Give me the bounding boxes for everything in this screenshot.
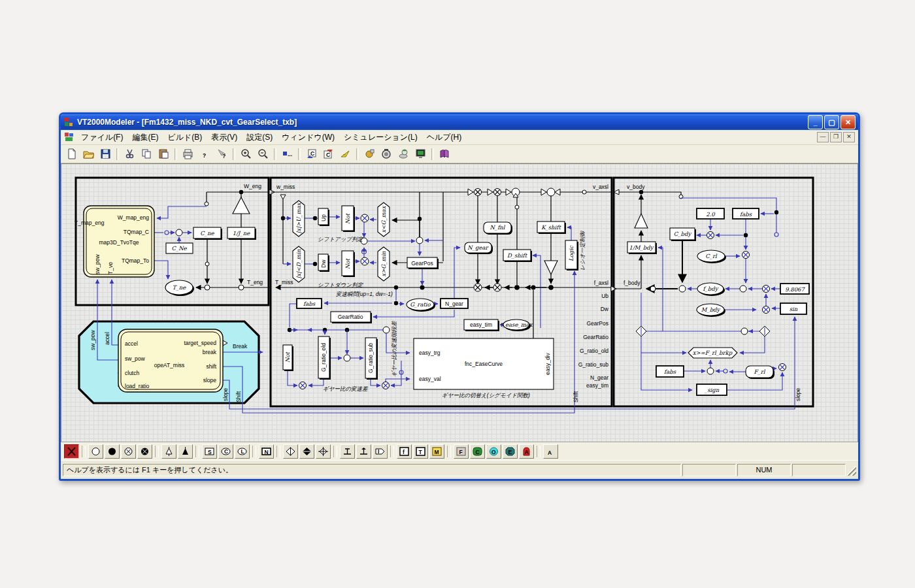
g-ratio-old-block[interactable]: G_ratio_old — [318, 336, 331, 380]
resize-grip[interactable] — [847, 465, 856, 476]
title-bar[interactable]: VT2000Modeler - [Fm1432_miss_NKD_cvt_Gea… — [61, 114, 858, 130]
copy-icon[interactable] — [139, 146, 155, 162]
menu-build[interactable]: ビルド(B) — [163, 131, 207, 144]
import-c-icon[interactable]: C — [303, 146, 320, 162]
tool-text[interactable]: A — [543, 444, 558, 459]
maximize-button[interactable]: ▢ — [824, 115, 839, 129]
close-button[interactable]: ✕ — [840, 115, 856, 129]
tool-c-block[interactable]: C — [470, 444, 485, 459]
mdi-minimize-button[interactable]: — — [817, 132, 829, 142]
tool-map-block[interactable]: M — [429, 444, 444, 459]
f-bdy-oval[interactable]: f_bdy — [697, 283, 725, 296]
print-icon[interactable] — [180, 146, 196, 162]
tool-o-block[interactable]: O — [486, 444, 501, 459]
m-bdy-oval[interactable]: M_bdy — [697, 304, 725, 317]
t-ease-oval[interactable]: t_ease_max — [500, 319, 533, 331]
fabs1-block[interactable]: fabs — [733, 208, 759, 219]
tool-select[interactable] — [64, 444, 79, 459]
zoom-in-icon[interactable] — [238, 146, 254, 162]
g-ratio-sub-block[interactable]: G_ratio_sub — [365, 338, 378, 380]
up-block[interactable]: Up — [318, 208, 329, 226]
monitor-icon[interactable] — [412, 146, 429, 162]
help-icon[interactable]: ? — [197, 146, 213, 162]
tool-a-block[interactable]: A — [519, 444, 534, 459]
fabs-block[interactable]: fabs — [297, 299, 322, 308]
tool-switch-diamond-black[interactable] — [299, 444, 314, 459]
gain-triangle[interactable] — [233, 197, 250, 214]
tool-gain-white[interactable] — [161, 444, 176, 459]
not3-block[interactable]: Not — [283, 345, 293, 371]
cut-icon[interactable] — [122, 146, 138, 162]
inv-j-block[interactable]: 1/J_ne — [227, 227, 256, 240]
not2-block[interactable]: Not — [342, 251, 355, 277]
menu-edit[interactable]: 編集(E) — [127, 131, 163, 144]
hex-up-limit[interactable]: |x|>U_max — [293, 201, 305, 237]
f-rl-block[interactable]: F_rl — [746, 366, 774, 379]
tool-mult-black[interactable] — [137, 444, 152, 459]
g-ratio-oval[interactable]: G_ratio — [407, 299, 435, 312]
diagram-canvas[interactable]: W_map_eng T_map_eng TQmap_C map3D_TvoTqe… — [61, 163, 858, 442]
menu-simulation[interactable]: シミュレーション(L) — [339, 131, 422, 144]
new-file-icon[interactable] — [63, 146, 80, 162]
tool-f-block[interactable]: F — [454, 444, 469, 459]
g-const-block[interactable]: 9.8067 — [780, 284, 809, 294]
hex-down-limit[interactable]: |x|<D_min — [293, 246, 305, 282]
n-gear-box[interactable]: N_gear — [441, 299, 468, 308]
tool-terminal-1[interactable] — [340, 444, 355, 459]
tool-block-c[interactable]: C — [218, 444, 233, 459]
tool-block-s[interactable]: S — [202, 444, 217, 459]
hex-gmin[interactable]: x>G_min — [378, 247, 390, 281]
block-list-icon[interactable]: ... — [279, 146, 295, 162]
sin-block[interactable]: sin — [780, 303, 807, 314]
k-shift-block[interactable]: K_shift — [537, 221, 566, 234]
save-sim-icon[interactable] — [395, 146, 412, 162]
sign-block[interactable]: _sign — [697, 384, 727, 395]
tool-node-white[interactable] — [88, 444, 103, 459]
manual-icon[interactable] — [437, 146, 453, 162]
tool-switch-cross[interactable] — [316, 444, 331, 459]
dw-block[interactable]: Dw — [318, 254, 329, 272]
hex-gmax[interactable]: x<G_max — [378, 203, 390, 237]
gearpos-block[interactable]: GearPos — [407, 257, 439, 269]
menu-window[interactable]: ウィンドウ(W) — [277, 131, 339, 144]
inv-m-block[interactable]: 1/M_bdy — [627, 242, 657, 254]
menu-view[interactable]: 表示(V) — [207, 131, 242, 144]
menu-help[interactable]: ヘルプ(H) — [422, 131, 467, 144]
map3d-block[interactable]: W_map_eng T_map_eng TQmap_C map3D_TvoTqe… — [75, 206, 154, 277]
logic-block[interactable]: Logic — [565, 240, 578, 270]
open-file-icon[interactable] — [80, 146, 97, 162]
fnc-easecurve-block[interactable]: easy_trg fnc_EaseCurve easy_val easy_div — [414, 338, 554, 389]
menu-settings[interactable]: 設定(S) — [242, 131, 277, 144]
paste-icon[interactable] — [156, 146, 172, 162]
mdi-close-button[interactable]: ✕ — [843, 132, 855, 142]
tool-e-block[interactable]: E — [503, 444, 518, 459]
context-help-icon[interactable]: ? — [214, 146, 230, 162]
easy-tim-block[interactable]: easy_tim — [464, 319, 499, 331]
tool-switch-diamond[interactable] — [283, 444, 298, 459]
body-gain-triangle[interactable] — [635, 214, 648, 228]
export-c-icon[interactable]: C — [320, 146, 337, 162]
not1-block[interactable]: Not — [342, 206, 355, 232]
tools-icon[interactable] — [361, 146, 378, 162]
mdi-restore-button[interactable]: ❐ — [830, 132, 842, 142]
c-ne-block[interactable]: C_ne — [193, 227, 222, 240]
tool-block-l[interactable]: L — [235, 444, 250, 459]
menu-file[interactable]: ファイル(F) — [76, 131, 127, 144]
fabs2-block[interactable]: fabs — [656, 366, 684, 377]
minimize-button[interactable]: _ — [808, 115, 823, 129]
gearratio-block[interactable]: GearRatio — [331, 312, 372, 323]
save-icon[interactable] — [97, 146, 114, 162]
tool-terminal-2[interactable] — [356, 444, 371, 459]
d-shift-block[interactable]: D_shift — [503, 250, 532, 262]
tool-func-block[interactable]: f — [397, 444, 412, 459]
build-run-icon[interactable] — [337, 146, 354, 162]
c-bdy-block[interactable]: C_bdy — [670, 228, 696, 241]
tool-node-black[interactable] — [105, 444, 120, 459]
zoom-out-icon[interactable] — [255, 146, 271, 162]
hex-frl-compare[interactable]: x>=F_rl_brkp — [688, 348, 737, 358]
timer-icon[interactable] — [378, 146, 395, 162]
n-gear-rounded[interactable]: N_gear — [465, 242, 493, 254]
tool-mult-white[interactable] — [121, 444, 136, 459]
c-rl-oval[interactable]: C_rl — [697, 250, 726, 263]
t-ne-block[interactable]: T_ne — [165, 280, 194, 296]
